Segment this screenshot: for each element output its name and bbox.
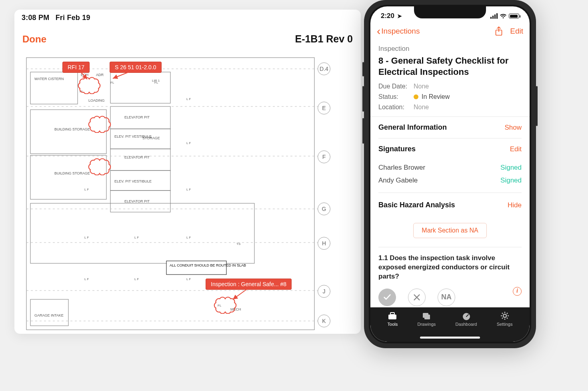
info-icon[interactable]: i: [513, 287, 522, 296]
section-signatures[interactable]: Signatures Edit: [378, 138, 522, 160]
phone-content[interactable]: Inspection 8 - General Safety Checklist …: [370, 42, 530, 317]
question-1-1: 1.1 Does the inspection task involve exp…: [378, 247, 522, 311]
markup-cloud[interactable]: [214, 296, 237, 314]
due-date-value: None: [414, 83, 429, 90]
home-indicator[interactable]: [420, 337, 480, 339]
svg-line-66: [507, 318, 508, 319]
svg-text:L F: L F: [84, 277, 89, 281]
svg-text:BUILDING STORAGE: BUILDING STORAGE: [54, 127, 90, 131]
answer-no-button[interactable]: [408, 289, 426, 306]
inspection-kicker: Inspection: [378, 45, 522, 53]
tab-settings[interactable]: Settings: [497, 311, 513, 342]
svg-rect-58: [424, 315, 430, 319]
svg-text:ELEVATOR PIT: ELEVATOR PIT: [124, 199, 150, 203]
back-button[interactable]: ‹ Inspections: [377, 27, 420, 36]
markup-cloud[interactable]: [78, 76, 101, 94]
svg-text:L F: L F: [134, 236, 139, 239]
battery-icon: [509, 14, 519, 18]
svg-rect-55: [388, 315, 396, 319]
svg-text:WATER CISTERN: WATER CISTERN: [34, 77, 64, 81]
svg-text:BUILDING STORAGE: BUILDING STORAGE: [54, 171, 90, 175]
drawing-canvas[interactable]: WATER CISTERN BUILDING STORAGE BUILDING …: [14, 54, 361, 334]
markup-cloud[interactable]: [88, 115, 111, 133]
gauge-icon: [462, 311, 471, 320]
svg-text:FL: FL: [154, 81, 158, 84]
phone-frame: 2:20 ➤ ‹ Inspections Edit: [364, 0, 536, 348]
tablet-status-bar: 3:08 PM Fri Feb 19: [14, 10, 361, 24]
svg-point-60: [503, 314, 506, 317]
signed-badge: Signed: [500, 176, 522, 184]
hide-button[interactable]: Hide: [508, 201, 522, 209]
svg-text:L F: L F: [186, 97, 191, 101]
signatures-edit-button[interactable]: Edit: [510, 145, 522, 153]
location-label: Location:: [378, 104, 410, 111]
inspection-pin[interactable]: Inspection : General Safe... #8: [206, 279, 292, 290]
cellular-signal-icon: [490, 13, 498, 19]
gear-icon: [500, 311, 510, 320]
check-icon: [383, 293, 392, 302]
svg-text:L F: L F: [186, 188, 191, 191]
svg-text:GARAGE INTAKE: GARAGE INTAKE: [34, 313, 64, 317]
show-button[interactable]: Show: [504, 124, 522, 132]
edit-button[interactable]: Edit: [510, 27, 523, 36]
submittal-pin[interactable]: S 26 51 01-2.0.0: [110, 62, 162, 73]
tablet-frame: 3:08 PM Fri Feb 19 Done E-1B1 Rev 0: [14, 10, 361, 334]
svg-text:TS: TS: [236, 242, 240, 246]
signer-row: Andy Gabele Signed: [378, 174, 522, 187]
location-icon: ➤: [397, 13, 402, 19]
svg-rect-7: [110, 149, 170, 170]
answer-na-button[interactable]: NA: [438, 289, 455, 306]
svg-rect-11: [30, 299, 68, 326]
svg-text:L F: L F: [186, 277, 191, 281]
svg-text:ELEVATOR PIT: ELEVATOR PIT: [124, 115, 150, 119]
gridline-bubble: D.4: [318, 62, 330, 75]
tab-tools[interactable]: Tools: [388, 311, 398, 342]
status-value: In Review: [422, 93, 450, 100]
phone-physical-button: [362, 118, 364, 144]
gridline-bubble: E: [318, 102, 330, 114]
section-general-information[interactable]: General Information Show: [378, 117, 522, 138]
svg-text:FL: FL: [110, 81, 114, 84]
answer-yes-button[interactable]: [378, 289, 396, 306]
signed-badge: Signed: [500, 164, 522, 172]
svg-text:L F: L F: [186, 236, 191, 239]
gridline-bubble: G: [318, 203, 330, 215]
svg-text:ALL CONDUIT SHOULD BE ROUTED I: ALL CONDUIT SHOULD BE ROUTED IN SLAB: [170, 263, 246, 267]
svg-text:L F: L F: [84, 236, 89, 239]
svg-text:ELEVATOR PIT: ELEVATOR PIT: [124, 155, 150, 159]
mark-section-na-button[interactable]: Mark Section as NA: [413, 223, 486, 238]
phone-physical-button: [362, 62, 364, 76]
svg-text:L F: L F: [84, 188, 89, 191]
svg-rect-4: [110, 72, 170, 103]
status-label: Status:: [378, 93, 410, 100]
phone-nav-bar: ‹ Inspections Edit: [370, 22, 530, 42]
tablet-time: 3:08 PM: [22, 14, 49, 22]
svg-text:L F: L F: [134, 277, 139, 281]
done-button[interactable]: Done: [22, 34, 46, 45]
phone-tab-bar: Tools Drawings Dashboard Settings: [370, 307, 530, 342]
svg-text:ELEV. PIT VESTIBULE: ELEV. PIT VESTIBULE: [114, 179, 152, 183]
svg-line-65: [502, 313, 503, 314]
svg-line-68: [507, 313, 508, 314]
markup-cloud[interactable]: [88, 158, 111, 175]
gridline-bubble: J: [318, 285, 330, 298]
gridline-bubble: H: [318, 237, 330, 250]
svg-text:STORAGE: STORAGE: [142, 136, 160, 140]
toolbox-icon: [388, 311, 397, 320]
wifi-icon: [500, 14, 507, 19]
svg-rect-56: [390, 313, 394, 315]
phone-notch: [414, 6, 486, 18]
rfi-pin[interactable]: RFI 17: [62, 62, 90, 73]
share-icon[interactable]: [495, 26, 503, 36]
phone-time: 2:20: [381, 12, 394, 20]
section-basic-hazard[interactable]: Basic Hazard Analysis Hide: [378, 193, 522, 216]
drawings-icon: [422, 311, 431, 320]
svg-rect-6: [110, 129, 170, 149]
svg-text:L F: L F: [186, 141, 191, 145]
tablet-date: Fri Feb 19: [56, 14, 90, 22]
location-value: None: [414, 104, 429, 111]
phone-physical-button: [362, 86, 364, 112]
gridline-bubble: K: [318, 315, 330, 327]
phone-physical-button: [536, 86, 538, 126]
due-date-label: Due Date:: [378, 83, 410, 90]
